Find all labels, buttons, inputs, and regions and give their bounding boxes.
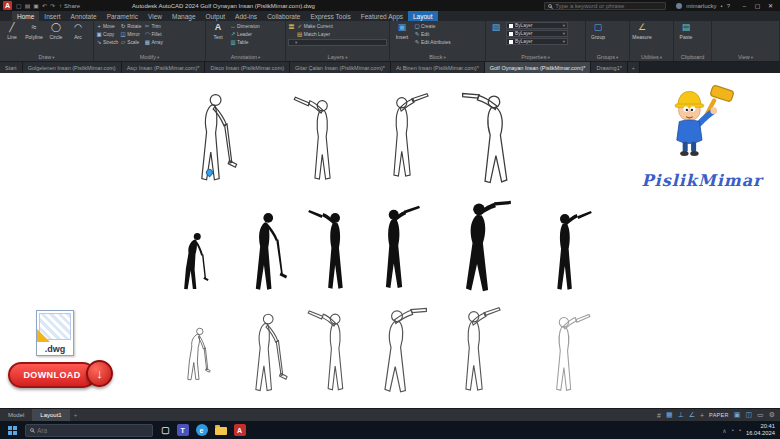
measure-button[interactable]: ∠ Measure [632, 22, 652, 40]
task-view-icon[interactable]: ▢ [161, 424, 170, 436]
text-button[interactable]: A Text [208, 22, 228, 40]
help-icon[interactable]: ? [727, 3, 730, 9]
golfer-silhouette[interactable] [540, 207, 594, 299]
paper-space-indicator[interactable]: PAPER [709, 412, 729, 418]
taskbar-search-box[interactable] [25, 424, 153, 437]
username[interactable]: mimarlucky [686, 3, 716, 9]
snap-toggle-icon[interactable]: ▦ [666, 411, 673, 419]
autocad-app-icon[interactable]: A [3, 1, 12, 10]
grid-toggle-icon[interactable]: # [657, 412, 661, 419]
polyline-button[interactable]: ≈ Polyline [24, 22, 44, 40]
leader-button[interactable]: ↗Leader [230, 30, 260, 38]
panel-label-clipboard[interactable]: Clipboard [676, 53, 709, 61]
arc-button[interactable]: ◠ Arc [68, 22, 88, 40]
panel-label-block[interactable]: Block▾ [392, 53, 483, 61]
golfer-outline[interactable] [366, 303, 428, 399]
golfer-outline[interactable] [170, 321, 220, 385]
golfer-silhouette[interactable] [368, 203, 424, 297]
download-button[interactable]: DOWNLOAD [8, 362, 96, 388]
panel-label-groups[interactable]: Groups▾ [588, 53, 627, 61]
doc-tab[interactable]: Asçı Insan (PislikMimar.com)* [122, 62, 206, 73]
download-arrow-icon[interactable]: ↓ [86, 360, 113, 387]
layout1-tab[interactable]: Layout1 [32, 409, 69, 421]
autocad-taskbar-icon[interactable]: A [234, 424, 246, 436]
fillet-button[interactable]: ◠Fillet [144, 30, 166, 38]
golfer-silhouette[interactable] [238, 209, 292, 297]
ribbon-tab-featured-apps[interactable]: Featured Apps [356, 11, 408, 21]
ribbon-tab-output[interactable]: Output [201, 11, 231, 21]
doc-tab-start[interactable]: Start [0, 62, 23, 73]
panel-label-utilities[interactable]: Utilities▾ [632, 53, 671, 61]
drawing-canvas[interactable]: PislikMimar .dwg DOWNLOAD ↓ [0, 73, 780, 408]
open-icon[interactable]: ▤ [25, 2, 31, 9]
layer-dropdown[interactable]: ▾ [288, 39, 387, 46]
close-button[interactable]: ✕ [764, 0, 777, 11]
doc-tab[interactable]: Gitar Çalan Insan (PislikMimar.com)* [290, 62, 391, 73]
new-icon[interactable]: ▢ [16, 2, 22, 9]
dimension-button[interactable]: ↔Dimension [230, 22, 260, 30]
tray-chevron-icon[interactable]: ∧ [722, 427, 726, 434]
edit-block-button[interactable]: ✎Edit [414, 30, 451, 38]
ribbon-tab-home[interactable]: Home [12, 11, 39, 21]
golfer-outline[interactable] [238, 311, 292, 397]
golfer-outline[interactable] [448, 305, 504, 399]
circle-button[interactable]: ◯ Circle [46, 22, 66, 40]
new-layout-button[interactable]: + [70, 409, 82, 421]
minimize-button[interactable]: – [738, 0, 751, 11]
panel-label-annotation[interactable]: Annotation▾ [208, 53, 283, 61]
panel-label-modify[interactable]: Modify▾ [96, 53, 203, 61]
golfer-line-drawing[interactable] [292, 89, 348, 193]
match-properties-button[interactable]: ▧ [488, 22, 504, 35]
edit-attributes-button[interactable]: ✎Edit Attributes [414, 38, 451, 46]
make-current-button[interactable]: ✓Make Current [297, 22, 333, 30]
panel-label-draw[interactable]: Draw▾ [2, 53, 91, 61]
panel-label-properties[interactable]: Properties▾ [488, 53, 583, 61]
create-block-button[interactable]: ▢Create [414, 22, 451, 30]
panel-label-layers[interactable]: Layers▾ [288, 53, 387, 61]
scale-button[interactable]: ▱Scale [120, 38, 142, 46]
doc-tab-active[interactable]: Golf Oynayan Insan (PislikMimar.com)* [485, 62, 592, 73]
golfer-line-drawing[interactable] [462, 81, 526, 197]
new-tab-button[interactable]: + [628, 62, 640, 73]
ribbon-tab-addins[interactable]: Add-ins [230, 11, 262, 21]
insert-button[interactable]: ▣ Insert [392, 22, 412, 40]
undo-icon[interactable]: ↶ [42, 2, 47, 9]
ortho-toggle-icon[interactable]: ⊥ [678, 411, 684, 419]
rotate-button[interactable]: ↻Rotate [120, 22, 142, 30]
doc-tab[interactable]: At Binen Insan (PislikMimar.com)* [391, 62, 485, 73]
edge-browser-icon[interactable]: e [196, 424, 208, 436]
panel-label-view[interactable]: View▾ [714, 53, 777, 61]
group-button[interactable]: ▢ Group [588, 22, 608, 40]
ribbon-tab-collaborate[interactable]: Collaborate [262, 11, 305, 21]
color-dropdown[interactable]: ByLayer▾ [506, 22, 568, 29]
paper-toggle-icon[interactable]: ▣ [734, 411, 741, 419]
taskbar-clock[interactable]: 20:41 16.04.2024 [746, 423, 775, 436]
doc-tab[interactable]: Disco Insan (PislikMimar.com) [205, 62, 290, 73]
fullscreen-icon[interactable]: ▭ [757, 411, 764, 419]
annotation-scale-icon[interactable]: ◫ [745, 411, 752, 419]
copy-button[interactable]: ▣Copy [96, 30, 118, 38]
share-button[interactable]: ↑ Share [59, 3, 80, 9]
ribbon-tab-view[interactable]: View [143, 11, 167, 21]
paste-button[interactable]: ▤ Paste [676, 22, 696, 40]
golfer-line-drawing[interactable] [376, 85, 432, 191]
lineweight-dropdown[interactable]: ByLayer▾ [506, 30, 568, 37]
search-input[interactable] [555, 3, 662, 9]
golfer-outline[interactable] [306, 309, 360, 397]
redo-icon[interactable]: ↷ [50, 2, 55, 9]
ribbon-tab-layout[interactable]: Layout [408, 11, 438, 21]
linetype-dropdown[interactable]: ByLayer▾ [506, 38, 568, 45]
golfer-silhouette[interactable] [306, 207, 360, 297]
line-button[interactable]: ╱ Line [2, 22, 22, 40]
layer-properties-icon[interactable]: ≣ [288, 22, 295, 38]
ribbon-tab-parametric[interactable]: Parametric [102, 11, 143, 21]
model-tab[interactable]: Model [0, 409, 32, 421]
mirror-button[interactable]: ◫Mirror [120, 30, 142, 38]
notification-icon[interactable]: • [721, 3, 723, 9]
table-button[interactable]: ▥Table [230, 38, 260, 46]
network-icon[interactable]: • [732, 427, 734, 433]
maximize-button[interactable]: ▢ [751, 0, 764, 11]
golfer-outline[interactable] [540, 311, 592, 399]
match-layer-button[interactable]: ▤Match Layer [297, 30, 333, 38]
help-search-box[interactable] [544, 2, 666, 10]
